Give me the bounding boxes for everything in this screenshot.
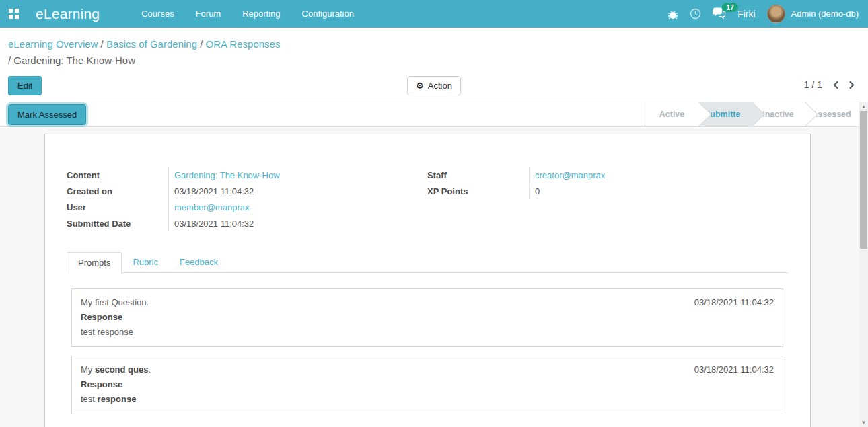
step-label: Inactive (762, 110, 794, 119)
response-text: test response (81, 325, 774, 340)
gear-icon: ⚙ (416, 81, 424, 91)
tab-rubric[interactable]: Rubric (122, 252, 169, 273)
menu-item-configuration[interactable]: Configuration (302, 9, 354, 19)
response-label: Response (81, 377, 774, 392)
user-avatar[interactable] (767, 5, 785, 23)
prompt-date: 03/18/2021 11:04:32 (694, 362, 774, 377)
field-staff: Staff creator@manprax (427, 167, 788, 183)
created-on-value: 03/18/2021 11:04:32 (169, 186, 254, 196)
fields-left-group: Content Gardening: The Know-How Created … (67, 167, 427, 231)
staff-link[interactable]: creator@manprax (535, 170, 605, 180)
menu-item-forum[interactable]: Forum (196, 9, 221, 19)
edit-button[interactable]: Edit (8, 76, 42, 95)
breadcrumb: eLearning Overview / Basics of Gardening… (8, 36, 280, 69)
fields-right-group: Staff creator@manprax XP Points 0 (427, 167, 788, 231)
field-created-on: Created on 03/18/2021 11:04:32 (67, 183, 427, 199)
field-user: User member@manprax (67, 199, 427, 215)
record-fields: Content Gardening: The Know-How Created … (45, 134, 810, 231)
breadcrumb-link-elearning-overview[interactable]: eLearning Overview (8, 38, 98, 50)
tab-feedback[interactable]: Feedback (169, 252, 229, 273)
form-statusbar: Mark Assessed Active Submitted Inactive … (0, 102, 859, 127)
breadcrumb-line-1: eLearning Overview / Basics of Gardening… (8, 36, 280, 52)
response-text: test response (81, 392, 774, 407)
pager-count: 1 / 1 (804, 79, 822, 90)
action-button[interactable]: ⚙ Action (407, 76, 461, 95)
menu-item-reporting[interactable]: Reporting (242, 9, 280, 19)
field-label: XP Points (427, 183, 530, 199)
field-content: Content Gardening: The Know-How (67, 167, 427, 183)
submitted-date-value: 03/18/2021 11:04:32 (169, 219, 254, 229)
control-panel-buttons: Edit ⚙ Action 1 / 1 (0, 76, 868, 97)
prompt-card: My second ques. 03/18/2021 11:04:32 Resp… (71, 356, 783, 414)
form-view-background: Content Gardening: The Know-How Created … (0, 128, 859, 427)
breadcrumb-line-2: / Gardening: The Know-How (8, 52, 280, 69)
apps-grid-icon (9, 9, 19, 19)
tab-prompts[interactable]: Prompts (67, 252, 122, 273)
pager-next-chevron-right-icon[interactable] (847, 81, 856, 89)
field-label: User (67, 199, 169, 215)
record-sheet: Content Gardening: The Know-How Created … (44, 134, 811, 427)
systray-shortcut-firki[interactable]: Firki (737, 9, 755, 20)
breadcrumb-separator: / (8, 54, 11, 66)
breadcrumb-separator: / (200, 38, 203, 50)
prompt-question: My first Question. (81, 295, 149, 310)
response-label: Response (81, 310, 774, 325)
top-navbar: eLearning Courses Forum Reporting Config… (0, 0, 868, 28)
main-menu: Courses Forum Reporting Configuration (141, 9, 354, 19)
scrollbar-thumb[interactable] (860, 111, 867, 249)
messages-menu[interactable]: 17 (713, 7, 726, 21)
field-label: Created on (67, 183, 169, 199)
action-button-label: Action (428, 81, 452, 91)
systray: 17 Firki Admin (demo-db) (667, 5, 868, 23)
field-label: Submitted Date (67, 215, 169, 231)
user-menu-label[interactable]: Admin (demo-db) (791, 9, 859, 19)
pager-previous-chevron-left-icon[interactable] (832, 81, 840, 89)
prompts-list: My first Question. 03/18/2021 11:04:32 R… (45, 273, 810, 414)
breadcrumb-link-basics-of-gardening[interactable]: Basics of Gardening (106, 38, 197, 50)
pager: 1 / 1 (804, 79, 856, 90)
apps-menu-button[interactable] (0, 9, 28, 19)
content-link[interactable]: Gardening: The Know-How (174, 170, 280, 180)
scroll-up-arrow-icon[interactable]: ▲ (859, 102, 868, 111)
field-submitted-date: Submitted Date 03/18/2021 11:04:32 (67, 215, 427, 231)
scroll-down-arrow-icon[interactable]: ▼ (859, 418, 868, 427)
statusbar-step-active[interactable]: Active (645, 102, 698, 126)
xp-points-value: 0 (530, 186, 540, 196)
breadcrumb-current: Gardening: The Know-How (13, 54, 135, 66)
prompt-card: My first Question. 03/18/2021 11:04:32 R… (71, 288, 783, 347)
app-brand[interactable]: eLearning (36, 6, 100, 22)
user-link[interactable]: member@manprax (174, 202, 249, 212)
field-label: Staff (427, 167, 530, 183)
messages-count-badge: 17 (722, 3, 738, 12)
step-label: Active (659, 110, 685, 119)
notebook-tabs: Prompts Rubric Feedback (67, 251, 788, 273)
breadcrumb-link-ora-responses[interactable]: ORA Responses (206, 38, 281, 50)
vertical-scrollbar[interactable]: ▲ ▼ (859, 102, 868, 427)
prompt-question: My second ques. (81, 362, 151, 377)
debug-bug-icon[interactable] (667, 9, 678, 20)
breadcrumb-separator: / (101, 38, 104, 50)
statusbar-steps: Active Submitted Inactive Assessed (645, 102, 859, 126)
prompt-date: 03/18/2021 11:04:32 (694, 295, 774, 310)
field-xp-points: XP Points 0 (427, 183, 788, 199)
activities-clock-icon[interactable] (690, 8, 701, 20)
field-label: Content (67, 167, 169, 183)
mark-assessed-button[interactable]: Mark Assessed (8, 104, 86, 125)
menu-item-courses[interactable]: Courses (141, 9, 174, 19)
